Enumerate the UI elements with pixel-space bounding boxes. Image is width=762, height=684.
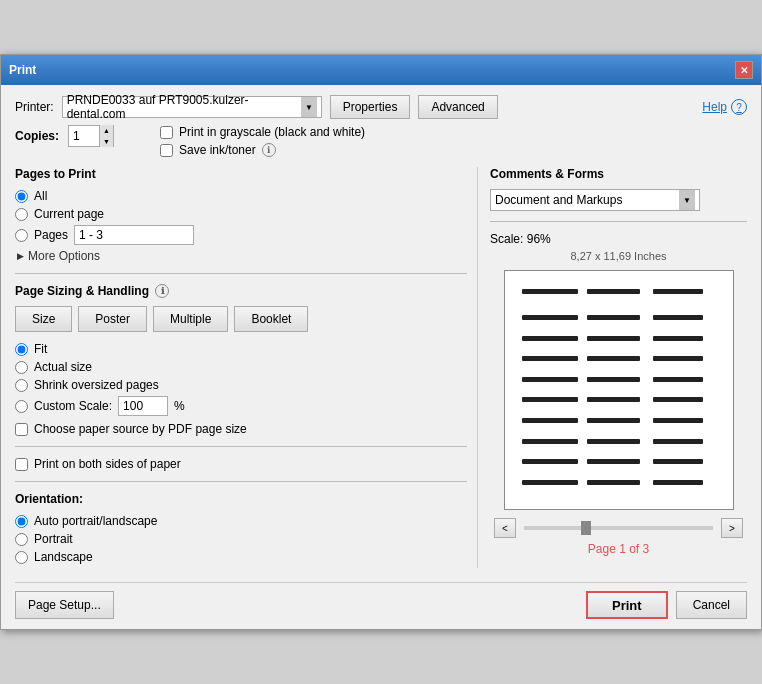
all-radio[interactable]: [15, 190, 28, 203]
multiple-button[interactable]: Multiple: [153, 306, 228, 332]
scale-info: Scale: 96%: [490, 232, 747, 246]
save-ink-label: Save ink/toner: [179, 143, 256, 157]
fit-label: Fit: [34, 342, 47, 356]
next-page-button[interactable]: >: [721, 518, 743, 538]
scale-value: 96%: [527, 232, 551, 246]
pages-radio[interactable]: [15, 229, 28, 242]
save-ink-info-icon[interactable]: ℹ: [262, 143, 276, 157]
preview-line: [653, 459, 703, 464]
pages-label: Pages: [34, 228, 68, 242]
properties-button[interactable]: Properties: [330, 95, 411, 119]
choose-paper-checkbox[interactable]: [15, 423, 28, 436]
choose-paper-label: Choose paper source by PDF page size: [34, 422, 247, 436]
dimensions-info: 8,27 x 11,69 Inches: [490, 250, 747, 262]
copies-spinner: ▲ ▼: [68, 125, 114, 147]
copies-increment[interactable]: ▲: [99, 125, 113, 136]
preview-line: [522, 336, 578, 341]
size-button[interactable]: Size: [15, 306, 72, 332]
cancel-button[interactable]: Cancel: [676, 591, 747, 619]
preview-line: [587, 480, 640, 485]
preview-line: [653, 418, 703, 423]
print-button[interactable]: Print: [586, 591, 668, 619]
page-sizing-section: Page Sizing & Handling ℹ Size Poster Mul…: [15, 284, 467, 436]
portrait-radio[interactable]: [15, 533, 28, 546]
sizing-buttons: Size Poster Multiple Booklet: [15, 306, 467, 332]
more-options-toggle[interactable]: ▶ More Options: [15, 249, 467, 263]
copies-input[interactable]: [69, 126, 99, 146]
all-label: All: [34, 189, 47, 203]
prev-page-button[interactable]: <: [494, 518, 516, 538]
orientation-section: Orientation: Auto portrait/landscape Por…: [15, 492, 467, 564]
shrink-radio-row: Shrink oversized pages: [15, 378, 467, 392]
preview-line: [587, 439, 640, 444]
advanced-button[interactable]: Advanced: [418, 95, 497, 119]
preview-line: [522, 459, 578, 464]
preview-line: [653, 397, 703, 402]
actual-size-radio-row: Actual size: [15, 360, 467, 374]
page-slider[interactable]: [524, 526, 713, 530]
bottom-row: Page Setup... Print Cancel: [15, 582, 747, 619]
printer-row: Printer: PRNDE0033 auf PRT9005.kulzer-de…: [15, 95, 747, 119]
print-options: Print in grayscale (black and white) Sav…: [160, 125, 365, 157]
preview-area: [504, 270, 734, 510]
pages-to-print-section: Pages to Print All Current page Pages: [15, 167, 467, 263]
help-label: Help: [702, 100, 727, 114]
save-ink-checkbox[interactable]: [160, 144, 173, 157]
fit-radio[interactable]: [15, 343, 28, 356]
actual-size-radio[interactable]: [15, 361, 28, 374]
dialog-body: Printer: PRNDE0033 auf PRT9005.kulzer-de…: [1, 85, 761, 629]
printer-value: PRNDE0033 auf PRT9005.kulzer-dental.com: [67, 93, 298, 121]
close-button[interactable]: ✕: [735, 61, 753, 79]
both-sides-checkbox[interactable]: [15, 458, 28, 471]
right-panel: Comments & Forms Document and Markups ▼ …: [477, 167, 747, 568]
help-link[interactable]: Help ?: [702, 99, 747, 115]
landscape-radio[interactable]: [15, 551, 28, 564]
preview-line: [653, 439, 703, 444]
printer-label: Printer:: [15, 100, 54, 114]
choose-paper-row: Choose paper source by PDF page size: [15, 422, 467, 436]
grayscale-row: Print in grayscale (black and white): [160, 125, 365, 139]
copies-decrement[interactable]: ▼: [99, 136, 113, 147]
poster-button[interactable]: Poster: [78, 306, 147, 332]
more-options-triangle: ▶: [17, 251, 24, 261]
landscape-row: Landscape: [15, 550, 467, 564]
preview-nav: < >: [490, 518, 747, 538]
preview-line: [522, 356, 578, 361]
preview-line: [653, 289, 703, 294]
current-page-radio[interactable]: [15, 208, 28, 221]
preview-content: [516, 283, 721, 497]
portrait-row: Portrait: [15, 532, 467, 546]
printer-dropdown[interactable]: PRNDE0033 auf PRT9005.kulzer-dental.com …: [62, 96, 322, 118]
preview-line: [522, 418, 578, 423]
auto-orientation-radio[interactable]: [15, 515, 28, 528]
preview-line: [587, 418, 640, 423]
booklet-button[interactable]: Booklet: [234, 306, 308, 332]
copies-row: Copies: ▲ ▼: [15, 125, 114, 147]
left-panel: Pages to Print All Current page Pages: [15, 167, 467, 568]
comments-forms-dropdown[interactable]: Document and Markups ▼: [490, 189, 700, 211]
help-icon: ?: [731, 99, 747, 115]
preview-line: [587, 377, 640, 382]
current-page-label: Current page: [34, 207, 104, 221]
preview-line: [522, 480, 578, 485]
shrink-radio[interactable]: [15, 379, 28, 392]
landscape-label: Landscape: [34, 550, 93, 564]
save-ink-row: Save ink/toner ℹ: [160, 143, 365, 157]
printer-dropdown-arrow: ▼: [301, 97, 316, 117]
grayscale-checkbox[interactable]: [160, 126, 173, 139]
custom-scale-input[interactable]: [118, 396, 168, 416]
print-dialog: Print ✕ Printer: PRNDE0033 auf PRT9005.k…: [0, 54, 762, 630]
both-sides-label: Print on both sides of paper: [34, 457, 181, 471]
pages-input[interactable]: [74, 225, 194, 245]
custom-scale-radio[interactable]: [15, 400, 28, 413]
sizing-info-icon[interactable]: ℹ: [155, 284, 169, 298]
current-radio-row: Current page: [15, 207, 467, 221]
preview-line: [587, 315, 640, 320]
page-setup-button[interactable]: Page Setup...: [15, 591, 114, 619]
shrink-label: Shrink oversized pages: [34, 378, 159, 392]
preview-line: [522, 315, 578, 320]
main-content: Pages to Print All Current page Pages: [15, 167, 747, 568]
pages-section-header: Pages to Print: [15, 167, 467, 181]
preview-line: [522, 289, 578, 294]
preview-line: [653, 356, 703, 361]
